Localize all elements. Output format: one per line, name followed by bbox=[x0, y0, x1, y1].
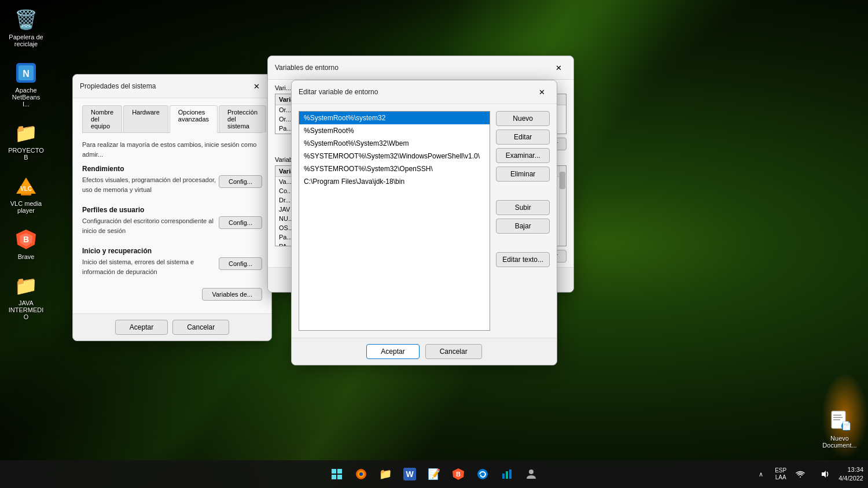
path-item-3[interactable]: %SYSTEMROOT%\System32\WindowsPowerShell\… bbox=[299, 150, 490, 162]
show-hidden-icons-button[interactable]: ∧ bbox=[751, 464, 771, 485]
taskbar: 📁 W 📝 B bbox=[0, 460, 868, 488]
recycle-bin-image: 🗑️ bbox=[14, 8, 38, 31]
path-listbox[interactable]: %SystemRoot%\system32 %SystemRoot% %Syst… bbox=[299, 111, 490, 331]
bajar-button[interactable]: Bajar bbox=[496, 219, 550, 234]
sys-props-content: Nombre del equipo Hardware Opciones avan… bbox=[73, 98, 271, 313]
edit-var-close-button[interactable]: ✕ bbox=[534, 85, 550, 99]
spacer2 bbox=[496, 237, 550, 249]
editar-texto-button[interactable]: Editar texto... bbox=[496, 252, 550, 267]
vlc-icon[interactable]: VLC VLC media player bbox=[6, 172, 46, 216]
sys-props-cancel-button[interactable]: Cancelar bbox=[172, 320, 229, 335]
rendimiento-section: Rendimiento Config... Efectos visuales, … bbox=[82, 165, 262, 200]
svg-rect-13 bbox=[833, 417, 843, 418]
wifi-icon[interactable] bbox=[790, 464, 811, 485]
admin-note: Para realizar la mayoría de estos cambio… bbox=[82, 140, 262, 159]
tab-proteccion[interactable]: Protección del sistema bbox=[219, 105, 266, 132]
nuevo-documento-image: 📄 bbox=[828, 409, 851, 432]
perfiles-config-button[interactable]: Config... bbox=[219, 216, 262, 229]
path-item-0[interactable]: %SystemRoot%\system32 bbox=[299, 112, 490, 124]
svg-point-32 bbox=[529, 469, 534, 474]
edit-var-footer: Aceptar Cancelar bbox=[292, 338, 557, 365]
desktop: 🗑️ Papelera de reciclaje N Apache NetBea… bbox=[0, 0, 868, 488]
brave-icon[interactable]: B Brave bbox=[6, 225, 46, 263]
edit-var-accept-button[interactable]: Aceptar bbox=[366, 344, 419, 359]
brave-label: Brave bbox=[18, 253, 35, 260]
tab-opciones-avanzadas[interactable]: Opciones avanzadas bbox=[170, 105, 218, 133]
svg-text:📄: 📄 bbox=[841, 421, 851, 431]
svg-rect-30 bbox=[506, 471, 508, 479]
windows-start-button[interactable] bbox=[326, 464, 347, 485]
svg-rect-6 bbox=[21, 194, 31, 195]
spacer bbox=[496, 185, 550, 197]
sys-props-accept-button[interactable]: Aceptar bbox=[115, 320, 168, 335]
edit-var-cancel-button[interactable]: Cancelar bbox=[425, 344, 482, 359]
vlc-label: VLC media player bbox=[8, 200, 44, 214]
firefox-taskbar-button[interactable] bbox=[351, 464, 372, 485]
volume-icon[interactable] bbox=[814, 464, 835, 485]
svg-rect-14 bbox=[833, 419, 840, 420]
vlc-image: VLC bbox=[14, 175, 38, 198]
sys-props-titlebar[interactable]: Propiedades del sistema ✕ bbox=[73, 75, 271, 98]
path-item-2[interactable]: %SystemRoot%\System32\Wbem bbox=[299, 137, 490, 150]
edit-var-titlebar[interactable]: Editar variable de entorno ✕ bbox=[292, 80, 557, 104]
java-label: JAVA INTERMEDIO bbox=[8, 300, 44, 320]
edge-taskbar-button[interactable] bbox=[472, 464, 493, 485]
edit-variable-dialog: Editar variable de entorno ✕ %SystemRoot… bbox=[291, 80, 557, 365]
chart-taskbar-button[interactable] bbox=[496, 464, 517, 485]
inicio-section: Inicio y recuperación Config... Inicio d… bbox=[82, 247, 262, 282]
tab-strip: Nombre del equipo Hardware Opciones avan… bbox=[82, 105, 262, 133]
netbeans-icon[interactable]: N Apache NetBeans I... bbox=[6, 59, 46, 110]
var-entorno-titlebar[interactable]: Variables de entorno ✕ bbox=[268, 56, 573, 80]
svg-point-28 bbox=[477, 469, 488, 479]
inicio-config-button[interactable]: Config... bbox=[219, 257, 262, 270]
variables-btn-container: Variables de... bbox=[82, 288, 262, 306]
svg-text:N: N bbox=[23, 69, 30, 79]
sys-props-close-button[interactable]: ✕ bbox=[248, 79, 264, 93]
word-taskbar-button[interactable]: W bbox=[399, 464, 420, 485]
language-indicator: ESPLAA bbox=[775, 467, 786, 481]
nuevo-documento-label: Nuevo Document... bbox=[822, 435, 858, 449]
perfiles-title: Perfiles de usuario bbox=[82, 206, 262, 214]
variables-entorno-button[interactable]: Variables de... bbox=[202, 288, 262, 301]
path-item-1[interactable]: %SystemRoot% bbox=[299, 124, 490, 137]
brave-image: B bbox=[14, 228, 38, 251]
account-taskbar-button[interactable] bbox=[521, 464, 542, 485]
explorer-taskbar-button[interactable]: 📁 bbox=[375, 464, 396, 485]
notepad-taskbar-button[interactable]: 📝 bbox=[424, 464, 444, 485]
var-entorno-controls: ✕ bbox=[550, 61, 567, 75]
svg-rect-17 bbox=[332, 469, 336, 474]
svg-rect-20 bbox=[337, 475, 342, 479]
svg-rect-18 bbox=[337, 469, 342, 474]
nuevo-documento-icon[interactable]: 📄 Nuevo Document... bbox=[819, 407, 860, 451]
nuevo-button[interactable]: Nuevo bbox=[496, 111, 550, 126]
edit-var-controls: ✕ bbox=[534, 85, 550, 99]
var-entorno-title: Variables de entorno bbox=[275, 64, 339, 72]
system-properties-window: Propiedades del sistema ✕ Nombre del equ… bbox=[72, 74, 272, 341]
tab-hardware[interactable]: Hardware bbox=[123, 105, 168, 132]
rendimiento-config-button[interactable]: Config... bbox=[219, 175, 262, 188]
netbeans-image: N bbox=[14, 61, 38, 84]
path-item-5[interactable]: C:\Program Files\Java\jdk-18\bin bbox=[299, 175, 490, 188]
svg-text:VLC: VLC bbox=[20, 186, 32, 192]
subir-button[interactable]: Subir bbox=[496, 200, 550, 215]
path-item-4[interactable]: %SYSTEMROOT%\System32\OpenSSH\ bbox=[299, 162, 490, 175]
java-icon[interactable]: 📁 JAVA INTERMEDIO bbox=[6, 272, 46, 323]
svg-rect-31 bbox=[509, 469, 512, 479]
eliminar-button[interactable]: Eliminar bbox=[496, 167, 550, 182]
clock: 13:34 4/4/2022 bbox=[838, 465, 863, 483]
brave-taskbar-button[interactable]: B bbox=[448, 464, 469, 485]
svg-rect-12 bbox=[833, 415, 841, 416]
svg-marker-33 bbox=[822, 471, 826, 478]
rendimiento-title: Rendimiento bbox=[82, 165, 262, 173]
editar-button[interactable]: Editar bbox=[496, 130, 550, 145]
var-entorno-close-button[interactable]: ✕ bbox=[550, 61, 567, 75]
java-image: 📁 bbox=[14, 274, 38, 297]
examinar-button[interactable]: Examinar... bbox=[496, 148, 550, 163]
tab-nombre-equipo[interactable]: Nombre del equipo bbox=[82, 105, 122, 132]
svg-point-23 bbox=[359, 472, 363, 476]
perfiles-section: Perfiles de usuario Config... Configurac… bbox=[82, 206, 262, 241]
recycle-bin-icon[interactable]: 🗑️ Papelera de reciclaje bbox=[6, 6, 46, 50]
proyectos-icon[interactable]: 📁 PROYECTOB bbox=[6, 119, 46, 163]
desktop-icons-left: 🗑️ Papelera de reciclaje N Apache NetBea… bbox=[6, 6, 46, 323]
svg-text:B: B bbox=[23, 235, 29, 244]
